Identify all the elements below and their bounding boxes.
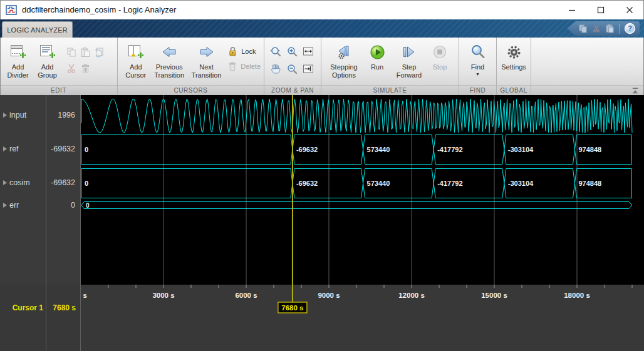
axis-tick-label: 15000 s: [481, 292, 507, 299]
close-button[interactable]: [615, 0, 644, 19]
cursor-value: 7680 s: [46, 302, 76, 313]
help-icon: ?: [624, 23, 636, 34]
signal-value-column: 1996 -69632 -69632 0: [46, 95, 81, 285]
delete-cursor-button[interactable]: Delete: [227, 59, 261, 74]
collapse-ribbon-button[interactable]: [630, 86, 640, 95]
time-axis-svg: 0 s3000 s6000 s9000 s12000 s15000 s18000…: [81, 285, 643, 351]
zoom-out-icon[interactable]: [286, 63, 298, 74]
lock-cursor-button[interactable]: Lock: [227, 44, 261, 59]
minimize-button[interactable]: [558, 0, 586, 19]
stop-label: Stop: [433, 63, 447, 71]
svg-text:?: ?: [628, 24, 632, 32]
signal-value: -69632: [46, 176, 80, 189]
cursor-name-cell: Cursor 1: [0, 285, 46, 351]
help-button[interactable]: ?: [624, 23, 636, 34]
cut-icon[interactable]: [66, 63, 76, 74]
stop-button[interactable]: Stop: [427, 40, 452, 71]
bus-value-label: 974848: [578, 146, 601, 153]
previous-transition-button[interactable]: Previous Transition: [150, 40, 187, 79]
delete-icon[interactable]: [80, 63, 91, 74]
settings-button[interactable]: Settings: [500, 40, 527, 71]
signal-name-column: input ref cosim err: [0, 95, 46, 285]
delete-label: Delete: [241, 63, 261, 70]
run-label: Run: [371, 63, 383, 71]
cut-icon[interactable]: [592, 24, 601, 33]
bus-value-label: -303104: [508, 180, 534, 187]
close-icon: [626, 6, 633, 14]
expand-arrow-icon[interactable]: [3, 113, 7, 118]
bus-value-label: -417792: [437, 180, 462, 187]
axis-tick-label: 18000 s: [564, 292, 590, 299]
signal-name: err: [9, 201, 19, 210]
signal-name: ref: [9, 145, 19, 153]
find-button[interactable]: Find ▼: [464, 40, 492, 76]
add-group-label: Add Group: [33, 63, 62, 79]
ribbon-section-edit: Add Divider Add Group: [0, 38, 118, 95]
bus-waveform: [81, 135, 632, 165]
bus-value-label: 573440: [367, 180, 390, 187]
add-cursor-icon: [127, 43, 144, 61]
maximize-icon: [597, 6, 605, 14]
add-group-icon: [39, 43, 56, 61]
maximize-button[interactable]: [586, 0, 615, 19]
stop-icon: [432, 43, 447, 61]
add-group-button[interactable]: Add Group: [33, 40, 62, 79]
signal-value: 0: [46, 199, 80, 211]
bus-value-label: 573440: [367, 146, 390, 153]
copy-icon[interactable]: [578, 24, 588, 33]
section-label-find: FIND: [459, 85, 496, 95]
collapse-ribbon-icon: [631, 87, 640, 95]
axis-tick-label: 0 s: [81, 292, 87, 299]
add-divider-button[interactable]: Add Divider: [3, 40, 33, 79]
signal-row-ref[interactable]: ref: [0, 143, 46, 155]
next-transition-label: Next Transition: [188, 63, 225, 79]
axis-tick-label: 12000 s: [398, 292, 425, 299]
delete-icon: [227, 61, 237, 71]
ribbon: Add Divider Add Group: [0, 38, 644, 95]
tab-logic-analyzer[interactable]: LOGIC ANALYZER: [2, 21, 73, 38]
pan-icon[interactable]: [270, 63, 281, 74]
logic-analyzer-window: ddcfilterchaindemo_cosim - Logic Analyze…: [0, 0, 644, 351]
paste-icon[interactable]: [605, 24, 615, 33]
duplicate-icon[interactable]: [94, 47, 105, 58]
cursor-time-label: 7680 s: [281, 304, 303, 312]
step-forward-button[interactable]: Step Forward: [391, 40, 427, 79]
cursor-name[interactable]: Cursor 1: [0, 302, 43, 313]
bus-value-label: 0: [85, 180, 88, 187]
app-icon: [6, 4, 17, 16]
zoom-in-icon[interactable]: [286, 46, 298, 57]
signal-row-input[interactable]: input: [0, 109, 46, 121]
zoom-in-time-icon[interactable]: [270, 46, 281, 57]
previous-transition-icon: [161, 43, 177, 61]
fit-time-span-icon[interactable]: [303, 46, 314, 57]
signal-name: input: [9, 111, 26, 120]
expand-arrow-icon[interactable]: [3, 146, 7, 151]
add-divider-label: Add Divider: [3, 63, 33, 79]
err-waveform: [81, 202, 632, 209]
stepping-options-button[interactable]: Stepping Options: [325, 40, 363, 79]
add-cursor-button[interactable]: Add Cursor: [121, 40, 150, 79]
zoom-to-cursor-icon[interactable]: [303, 63, 314, 74]
next-transition-icon: [199, 43, 215, 61]
signal-value: 1996: [46, 109, 80, 121]
ribbon-section-global: Settings GLOBAL: [497, 38, 531, 95]
waveform-svg: 0-69632573440-417792-3031049748480-69632…: [81, 95, 643, 285]
bus-value-label: -69632: [296, 146, 318, 153]
signal-row-err[interactable]: err: [0, 199, 46, 211]
expand-arrow-icon[interactable]: [3, 203, 7, 208]
run-icon: [370, 43, 385, 61]
step-forward-icon: [401, 43, 417, 61]
run-button[interactable]: Run: [363, 40, 391, 71]
next-transition-button[interactable]: Next Transition: [188, 40, 225, 79]
waveform-plot-area[interactable]: 0-69632573440-417792-3031049748480-69632…: [81, 95, 644, 285]
expand-arrow-icon[interactable]: [3, 180, 7, 185]
paste-icon[interactable]: [80, 47, 91, 58]
signal-row-cosim[interactable]: cosim: [0, 176, 46, 189]
ribbon-section-cursors: Add Cursor Previous Transition: [118, 38, 264, 95]
add-divider-icon: [9, 43, 26, 61]
copy-icon[interactable]: [66, 47, 77, 58]
axis-tick-label: 6000 s: [235, 292, 257, 299]
time-axis-area[interactable]: 0 s3000 s6000 s9000 s12000 s15000 s18000…: [81, 285, 644, 351]
waveform-panel: input ref cosim err 1996 -69632 -69632 0…: [0, 95, 644, 285]
bus-value-label: -303104: [508, 146, 534, 153]
